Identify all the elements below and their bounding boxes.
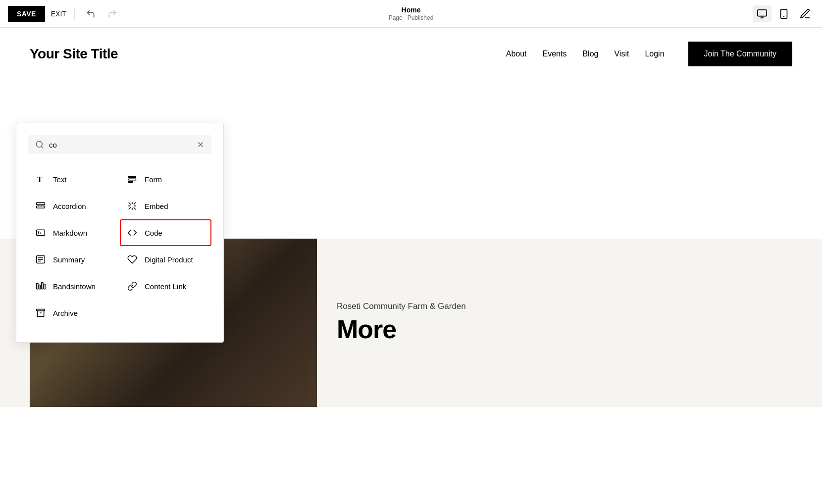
svg-rect-11 (129, 179, 136, 180)
search-input[interactable] (49, 141, 192, 149)
svg-rect-24 (44, 284, 46, 289)
block-item-accordion[interactable]: Accordion (28, 193, 120, 219)
svg-rect-22 (39, 285, 41, 289)
block-label-form: Form (145, 175, 162, 184)
block-item-bandsintown[interactable]: Bandsintown (28, 273, 120, 300)
svg-text:T: T (37, 175, 43, 184)
content-area: T Text Form (0, 80, 822, 239)
block-label-embed: Embed (145, 202, 168, 210)
page-info: Home Page · Published (389, 6, 434, 21)
bandsintown-icon (35, 281, 46, 292)
site-nav: About Events Blog Visit Login Join The C… (506, 42, 792, 66)
archive-icon (35, 307, 46, 318)
block-label-summary: Summary (53, 255, 85, 264)
block-item-embed[interactable]: Embed (120, 193, 211, 219)
markdown-icon: T↓ (35, 227, 46, 238)
block-label-code: Code (145, 229, 162, 237)
nav-link-events[interactable]: Events (543, 50, 567, 58)
block-label-text: Text (53, 175, 67, 184)
block-item-summary[interactable]: Summary (28, 246, 120, 273)
block-label-content-link: Content Link (145, 282, 186, 291)
exit-button[interactable]: EXIT (51, 10, 66, 18)
embed-icon (127, 201, 138, 211)
nav-link-about[interactable]: About (506, 50, 527, 58)
search-box (28, 135, 211, 154)
block-picker-panel: T Text Form (16, 123, 224, 343)
redo-button[interactable] (104, 6, 120, 22)
save-button[interactable]: SAVE (8, 6, 45, 22)
block-label-accordion: Accordion (53, 202, 86, 210)
form-icon (127, 174, 138, 185)
block-item-code[interactable]: Code (120, 219, 211, 246)
text-icon: T (35, 174, 46, 185)
svg-rect-25 (37, 309, 45, 311)
site-header: Your Site Title About Events Blog Visit … (0, 28, 822, 80)
search-icon (35, 140, 44, 149)
site-preview: Your Site Title About Events Blog Visit … (0, 28, 822, 407)
below-fold-title: More (337, 315, 782, 344)
block-label-markdown: Markdown (53, 229, 87, 237)
svg-rect-13 (37, 202, 45, 204)
block-grid: T Text Form (28, 166, 211, 326)
block-item-markdown[interactable]: T↓ Markdown (28, 219, 120, 246)
accordion-icon (35, 201, 46, 211)
nav-link-blog[interactable]: Blog (582, 50, 598, 58)
undo-button[interactable] (83, 6, 99, 22)
block-label-bandsintown: Bandsintown (53, 282, 96, 291)
block-item-content-link[interactable]: Content Link (120, 273, 211, 300)
toolbar-divider (74, 8, 75, 20)
join-community-button[interactable]: Join The Community (688, 42, 792, 66)
search-clear-button[interactable] (197, 141, 205, 149)
svg-text:T↓: T↓ (37, 231, 42, 235)
site-logo: Your Site Title (30, 46, 118, 62)
block-item-archive[interactable]: Archive (28, 300, 120, 326)
mobile-view-button[interactable] (774, 5, 793, 22)
toolbar: SAVE EXIT Home Page · Published (0, 0, 822, 28)
block-label-archive: Archive (53, 309, 78, 317)
summary-icon (35, 254, 46, 265)
svg-rect-10 (129, 176, 136, 178)
svg-rect-21 (37, 283, 38, 289)
svg-rect-23 (42, 283, 43, 289)
page-title: Home (389, 6, 434, 14)
below-fold-subtitle: Roseti Community Farm & Garden (337, 302, 782, 311)
nav-link-login[interactable]: Login (645, 50, 664, 58)
block-item-digital-product[interactable]: Digital Product (120, 246, 211, 273)
digital-product-icon (127, 254, 138, 265)
page-status: Page · Published (389, 14, 434, 21)
block-label-digital-product: Digital Product (145, 255, 193, 264)
svg-rect-0 (758, 9, 767, 16)
content-link-icon (127, 281, 138, 292)
block-item-form[interactable]: Form (120, 166, 211, 193)
block-item-text[interactable]: T Text (28, 166, 120, 193)
svg-rect-12 (129, 181, 133, 183)
toolbar-right (753, 5, 814, 23)
svg-line-6 (41, 146, 43, 148)
desktop-view-button[interactable] (753, 5, 771, 22)
edit-tools-button[interactable] (796, 5, 814, 23)
nav-link-visit[interactable]: Visit (614, 50, 629, 58)
svg-rect-14 (37, 206, 45, 208)
code-icon (127, 227, 138, 238)
